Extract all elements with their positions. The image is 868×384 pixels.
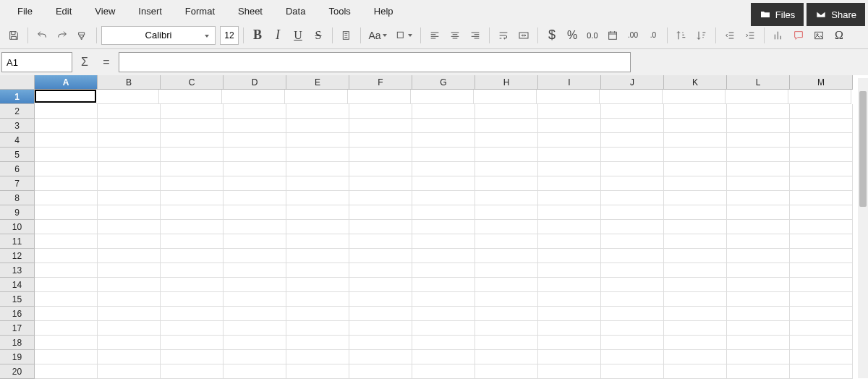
- cell-J17[interactable]: [601, 321, 664, 336]
- cell-M19[interactable]: [790, 350, 853, 364]
- cell-A16[interactable]: [35, 307, 98, 321]
- cell-A1[interactable]: [35, 90, 96, 103]
- format-paint-button[interactable]: [73, 26, 92, 45]
- menu-file[interactable]: File: [6, 1, 44, 21]
- text-case-button[interactable]: Aa: [365, 26, 390, 45]
- cell-C5[interactable]: [161, 148, 224, 162]
- cell-A4[interactable]: [35, 133, 98, 148]
- row-header-14[interactable]: 14: [0, 278, 35, 292]
- cell-I8[interactable]: [538, 191, 601, 205]
- vertical-scrollbar[interactable]: [858, 78, 868, 378]
- cell-B13[interactable]: [98, 263, 161, 278]
- increase-indent-button[interactable]: [741, 26, 760, 45]
- cell-L4[interactable]: [727, 133, 790, 148]
- row-header-3[interactable]: 3: [0, 119, 35, 133]
- cell-G19[interactable]: [412, 350, 475, 364]
- cell-B17[interactable]: [98, 321, 161, 336]
- column-header-A[interactable]: A: [35, 75, 98, 90]
- cell-H9[interactable]: [475, 205, 538, 220]
- menu-insert[interactable]: Insert: [127, 1, 174, 21]
- cell-J2[interactable]: [601, 104, 664, 119]
- clear-formatting-button[interactable]: [337, 26, 356, 45]
- cell-F17[interactable]: [349, 321, 412, 336]
- cell-E16[interactable]: [286, 307, 349, 321]
- cell-H10[interactable]: [475, 220, 538, 234]
- cell-G15[interactable]: [412, 292, 475, 307]
- cell-G2[interactable]: [412, 104, 475, 119]
- cell-C10[interactable]: [161, 220, 224, 234]
- cell-J10[interactable]: [601, 220, 664, 234]
- cell-C15[interactable]: [161, 292, 224, 307]
- bold-button[interactable]: B: [248, 26, 267, 45]
- strikethrough-button[interactable]: S: [309, 26, 328, 45]
- cell-E9[interactable]: [286, 205, 349, 220]
- cell-C11[interactable]: [161, 234, 224, 249]
- cell-M13[interactable]: [790, 263, 853, 278]
- cell-A7[interactable]: [35, 176, 98, 191]
- cell-H3[interactable]: [475, 119, 538, 133]
- cell-E14[interactable]: [286, 278, 349, 292]
- cell-L20[interactable]: [727, 364, 790, 379]
- cell-F4[interactable]: [349, 133, 412, 148]
- cell-E18[interactable]: [286, 336, 349, 350]
- cell-B4[interactable]: [98, 133, 161, 148]
- cell-D3[interactable]: [224, 119, 286, 133]
- cell-H8[interactable]: [475, 191, 538, 205]
- row-header-5[interactable]: 5: [0, 148, 35, 162]
- cell-M1[interactable]: [788, 90, 851, 104]
- cell-L13[interactable]: [727, 263, 790, 278]
- cell-E6[interactable]: [286, 162, 349, 176]
- cell-M2[interactable]: [790, 104, 853, 119]
- files-button[interactable]: Files: [751, 3, 804, 26]
- cell-E12[interactable]: [286, 249, 349, 263]
- select-all-corner[interactable]: [0, 75, 35, 90]
- sort-desc-button[interactable]: [692, 26, 711, 45]
- row-header-7[interactable]: 7: [0, 176, 35, 191]
- menu-sheet[interactable]: Sheet: [226, 1, 274, 21]
- cell-L5[interactable]: [727, 148, 790, 162]
- insert-chart-button[interactable]: [769, 26, 788, 45]
- cell-K9[interactable]: [664, 205, 727, 220]
- cell-G13[interactable]: [412, 263, 475, 278]
- cell-G8[interactable]: [412, 191, 475, 205]
- menu-data[interactable]: Data: [274, 1, 317, 21]
- column-header-C[interactable]: C: [161, 75, 224, 90]
- cell-B7[interactable]: [98, 176, 161, 191]
- cell-A11[interactable]: [35, 234, 98, 249]
- cell-K5[interactable]: [664, 148, 727, 162]
- cell-A19[interactable]: [35, 350, 98, 364]
- cell-L2[interactable]: [727, 104, 790, 119]
- cell-C7[interactable]: [161, 176, 224, 191]
- cell-K19[interactable]: [664, 350, 727, 364]
- cell-B1[interactable]: [96, 90, 159, 104]
- cell-B6[interactable]: [98, 162, 161, 176]
- menu-view[interactable]: View: [83, 1, 127, 21]
- cell-B8[interactable]: [98, 191, 161, 205]
- cell-A18[interactable]: [35, 336, 98, 350]
- cell-E7[interactable]: [286, 176, 349, 191]
- cell-C6[interactable]: [161, 162, 224, 176]
- cell-J9[interactable]: [601, 205, 664, 220]
- cell-G1[interactable]: [411, 90, 474, 104]
- remove-decimal-button[interactable]: .0: [644, 26, 663, 45]
- menu-edit[interactable]: Edit: [44, 1, 83, 21]
- cell-A6[interactable]: [35, 162, 98, 176]
- cell-D16[interactable]: [224, 307, 286, 321]
- cell-C16[interactable]: [161, 307, 224, 321]
- cell-C13[interactable]: [161, 263, 224, 278]
- cell-M14[interactable]: [790, 278, 853, 292]
- column-header-B[interactable]: B: [98, 75, 161, 90]
- cell-D4[interactable]: [224, 133, 286, 148]
- cell-F9[interactable]: [349, 205, 412, 220]
- cell-B11[interactable]: [98, 234, 161, 249]
- align-center-button[interactable]: [446, 26, 464, 45]
- cell-D20[interactable]: [224, 364, 286, 379]
- cell-B2[interactable]: [98, 104, 161, 119]
- cell-L11[interactable]: [727, 234, 790, 249]
- row-header-2[interactable]: 2: [0, 104, 35, 119]
- cell-F12[interactable]: [349, 249, 412, 263]
- cell-H13[interactable]: [475, 263, 538, 278]
- cell-J15[interactable]: [601, 292, 664, 307]
- cell-F8[interactable]: [349, 191, 412, 205]
- cell-C2[interactable]: [161, 104, 224, 119]
